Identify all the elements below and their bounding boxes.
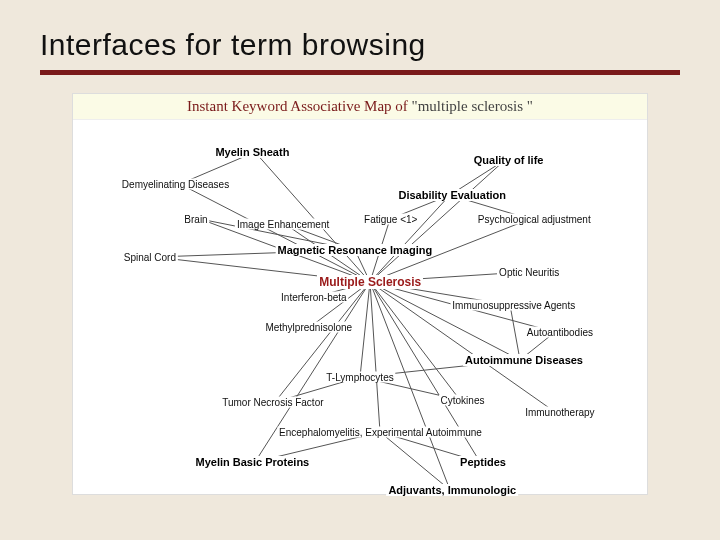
associative-map: Multiple SclerosisMyelin SheathQuality o… [73,122,647,494]
node-psych[interactable]: Psychological adjustment [476,214,593,225]
panel-heading-prefix: Instant Keyword Associative Map of [187,98,412,114]
edge [370,195,450,282]
node-tlymph[interactable]: T-Lymphocytes [324,372,395,383]
node-myelin-sheath[interactable]: Myelin Sheath [213,146,291,158]
node-demyel[interactable]: Demyelinating Diseases [120,179,231,190]
node-image-enh[interactable]: Image Enhancement [235,219,331,230]
node-brain[interactable]: Brain [182,214,209,225]
edge [370,282,450,490]
node-tnf[interactable]: Tumor Necrosis Factor [220,396,325,407]
node-center[interactable]: Multiple Sclerosis [317,275,423,289]
slide-title: Interfaces for term browsing [40,28,680,62]
node-mbp[interactable]: Myelin Basic Proteins [194,456,312,468]
node-adjuvants[interactable]: Adjuvants, Immunologic [386,484,518,496]
edge [380,432,450,490]
node-autoab[interactable]: Autoantibodies [525,327,595,338]
edge [510,305,520,360]
node-disability[interactable]: Disability Evaluation [396,189,508,201]
title-rule [40,70,680,75]
edge [370,282,520,360]
edge [360,282,370,377]
node-mri[interactable]: Magnetic Resonance Imaging [276,244,435,256]
edge [180,184,370,282]
node-cytokines[interactable]: Cytokines [439,395,487,406]
node-enceph[interactable]: Encephalomyelitis, Experimental Autoimmu… [277,427,484,438]
map-panel: Instant Keyword Associative Map of "mult… [72,93,648,495]
node-immunoth[interactable]: Immunotherapy [523,406,596,417]
node-optic[interactable]: Optic Neuritis [497,267,561,278]
panel-heading-query: "multiple sclerosis " [412,98,533,114]
panel-heading: Instant Keyword Associative Map of "mult… [73,94,647,120]
node-autoimm[interactable]: Autoimmune Diseases [463,354,585,366]
node-quality[interactable]: Quality of life [472,154,546,166]
node-peptides[interactable]: Peptides [458,456,508,468]
node-methylp[interactable]: Methylprednisolone [263,322,354,333]
node-ifnb[interactable]: Interferon-beta [279,292,349,303]
node-fatigue[interactable]: Fatigue <1> [362,214,419,225]
node-spinal[interactable]: Spinal Cord [122,252,178,263]
node-immuno-ag[interactable]: Immunosuppressive Agents [450,300,577,311]
edge [255,152,370,282]
